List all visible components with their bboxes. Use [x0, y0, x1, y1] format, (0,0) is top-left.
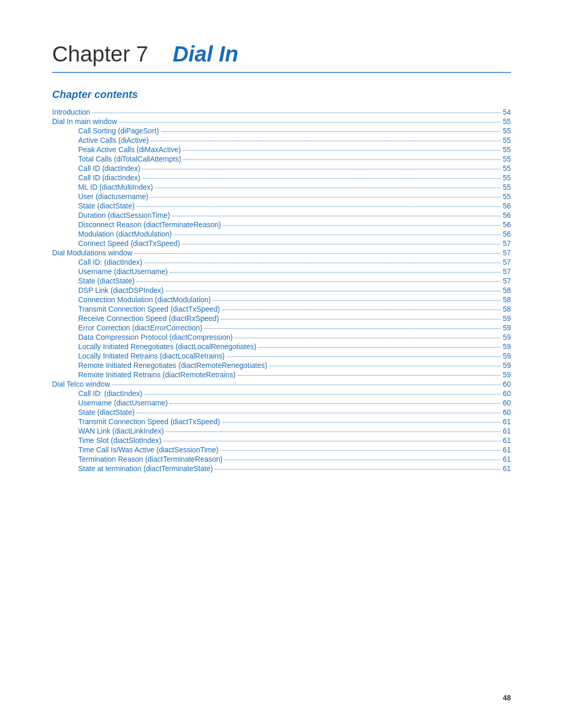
- toc-entry: Call ID (diactIndex)55: [52, 164, 511, 172]
- toc-entry-text: Call Sorting (diPageSort): [78, 127, 159, 135]
- toc-entry-text: Dial Modulations window: [52, 249, 132, 257]
- toc-entry-text: Dial Telco window: [52, 380, 110, 388]
- toc-page-number: 56: [503, 202, 511, 210]
- toc-entry-text: Disconnect Reason (diactTerminateReason): [78, 220, 221, 229]
- toc-dots: [270, 366, 501, 366]
- toc-page-number: 57: [503, 267, 511, 276]
- toc-page-number: 59: [503, 371, 511, 379]
- toc-page-number: 61: [503, 436, 511, 445]
- toc-page-number: 55: [503, 136, 511, 144]
- toc-entry-text: Call ID: (diactIndex): [78, 258, 142, 266]
- toc-entry-text: Connection Modulation (diactModulation): [78, 295, 211, 304]
- toc-dots: [170, 403, 500, 404]
- toc-entry: State (diactState)60: [52, 408, 511, 416]
- toc-entry-text: ML ID (diactMultiIndex): [78, 183, 153, 191]
- toc-dots: [235, 338, 500, 338]
- toc-dots: [223, 225, 501, 226]
- toc-page-number: 57: [503, 277, 511, 285]
- toc-entry-text: Peak Active Calls (diMaxActive): [78, 145, 181, 154]
- toc-entry: Dial In main window55: [52, 117, 511, 126]
- toc-entry-text: Duration (diactSessionTime): [78, 211, 170, 219]
- toc-page-number: 56: [503, 211, 511, 219]
- toc-entry-text: Total Calls (diTotalCallAttempts): [78, 155, 181, 163]
- toc-entry: State (diactState)57: [52, 277, 511, 285]
- toc-entry: Connect Speed (diactTxSpeed)57: [52, 239, 511, 248]
- toc-dots: [215, 469, 500, 470]
- toc-dots: [144, 263, 500, 263]
- chapter-header: Chapter 7 Dial In: [52, 42, 511, 73]
- toc-dots: [225, 460, 500, 460]
- toc-entry-text: Introduction: [52, 108, 90, 116]
- toc-dots: [174, 235, 501, 235]
- toc-dots: [183, 150, 501, 151]
- toc-dots: [164, 441, 501, 441]
- toc-entry-text: Call ID (diactIndex): [78, 174, 140, 182]
- toc-entry-text: Call ID (diactIndex): [78, 164, 140, 172]
- toc-entry: Time Slot (diactSlotIndex)61: [52, 436, 511, 445]
- toc-entry: Peak Active Calls (diMaxActive)55: [52, 145, 511, 154]
- toc-dots: [222, 422, 501, 423]
- chapter-contents-section: Chapter contents Introduction54Dial In m…: [52, 89, 511, 473]
- toc-page-number: 61: [503, 446, 511, 454]
- toc-entry-text: User (diactusername): [78, 192, 149, 201]
- toc-entry-text: State (diactState): [78, 202, 134, 210]
- toc-entry-text: Termination Reason (diactTerminateReason…: [78, 455, 223, 463]
- toc-page-number: 59: [503, 333, 511, 341]
- toc-page-number: 61: [503, 455, 511, 463]
- chapter-title-text: Dial In: [173, 42, 238, 66]
- toc-dots: [221, 450, 500, 451]
- toc-page-number: 58: [503, 295, 511, 304]
- toc-page-number: 54: [503, 108, 511, 116]
- toc-page-number: 58: [503, 305, 511, 313]
- toc-entry-text: State (diactState): [78, 408, 134, 416]
- toc-entry-text: Locally Initiated Renegotiates (diactLoc…: [78, 342, 256, 351]
- toc-page-number: 60: [503, 408, 511, 416]
- toc-entry: Call ID: (diactIndex)60: [52, 389, 511, 398]
- toc-page-number: 59: [503, 324, 511, 332]
- toc-page-number: 59: [503, 352, 511, 360]
- toc-entry-text: WAN Link (diactLinkIndex): [78, 427, 164, 435]
- toc-dots: [151, 141, 500, 141]
- toc-entry-text: Connect Speed (diactTxSpeed): [78, 239, 180, 248]
- toc-dots: [144, 394, 500, 394]
- toc-dots: [213, 300, 500, 301]
- toc-dots: [166, 431, 500, 432]
- toc-entry: User (diactusername)55: [52, 192, 511, 201]
- toc-dots: [170, 272, 500, 273]
- toc-entry-text: Remote Initiated Renegotiates (diactRemo…: [78, 361, 267, 369]
- toc-dots: [238, 375, 501, 376]
- toc-entry: Active Calls (diActive)55: [52, 136, 511, 144]
- toc-entry-text: Transmit Connection Speed (diactTxSpeed): [78, 417, 220, 426]
- toc-page-number: 55: [503, 164, 511, 172]
- toc-page-number: 59: [503, 314, 511, 323]
- toc-entry: Time Call Is/Was Active (diactSessionTim…: [52, 446, 511, 454]
- toc-dots: [166, 291, 500, 291]
- toc-page-number: 55: [503, 192, 511, 201]
- toc-entry: Remote Initiated Retrains (diactRemoteRe…: [52, 371, 511, 379]
- toc-dots: [182, 244, 500, 244]
- toc-entry-text: State (diactState): [78, 277, 134, 285]
- toc-entry: Locally Initiated Retrains (diactLocalRe…: [52, 352, 511, 360]
- toc-page-number: 61: [503, 464, 511, 473]
- toc-entry: Data Compression Protocol (diactCompress…: [52, 333, 511, 341]
- toc-page-number: 59: [503, 361, 511, 369]
- toc-page-number: 55: [503, 155, 511, 163]
- toc-page-number: 56: [503, 220, 511, 229]
- toc-entry-text: Dial In main window: [52, 117, 117, 126]
- toc-dots: [119, 122, 501, 122]
- toc-dots: [172, 216, 500, 216]
- toc-entry-text: Locally Initiated Retrains (diactLocalRe…: [78, 352, 225, 360]
- toc-dots: [137, 206, 500, 207]
- toc-page-number: 57: [503, 249, 511, 257]
- toc-dots: [222, 310, 501, 310]
- toc-entry-text: Time Call Is/Was Active (diactSessionTim…: [78, 446, 218, 454]
- toc-entry: Dial Telco window60: [52, 380, 511, 388]
- chapter-label: Chapter 7: [52, 42, 148, 66]
- toc-dots: [137, 413, 500, 413]
- toc-page-number: 59: [503, 342, 511, 351]
- toc-dots: [161, 131, 501, 132]
- toc-entry: State (diactState)56: [52, 202, 511, 210]
- toc-entry-text: State at termination (diactTerminateStat…: [78, 464, 213, 473]
- toc-page-number: 57: [503, 239, 511, 248]
- toc-entry: Total Calls (diTotalCallAttempts)55: [52, 155, 511, 163]
